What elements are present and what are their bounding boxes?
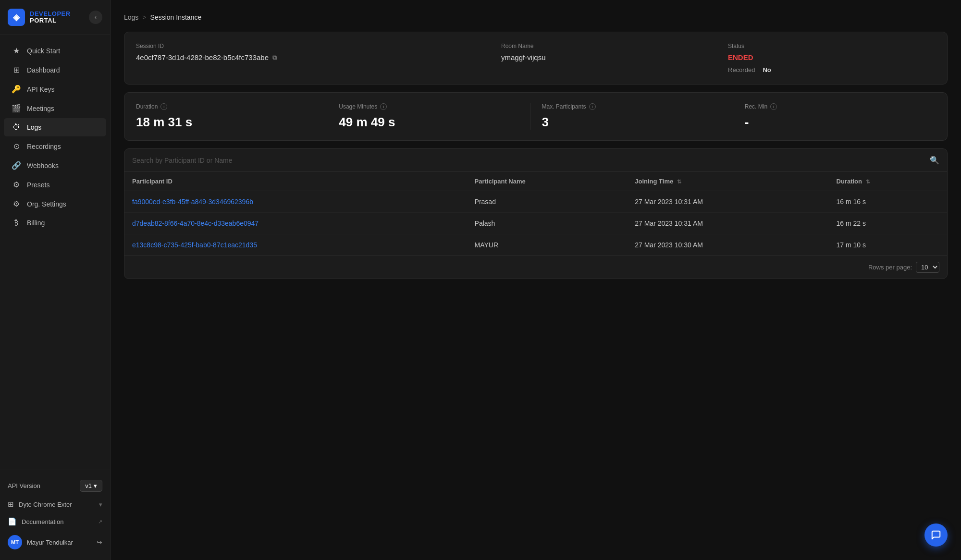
table-row: e13c8c98-c735-425f-bab0-87c1eac21d35 MAY… <box>124 234 947 256</box>
dashboard-icon: ⊞ <box>12 65 21 74</box>
sidebar-item-logs[interactable]: ⏱ Logs <box>4 118 106 136</box>
status-block: Status ENDED Recorded No <box>728 43 936 73</box>
stat-rec-min: Rec. Min i - <box>733 103 936 130</box>
logo-text: DEVELOPER PORTAL <box>30 11 71 24</box>
sidebar-item-label: Dashboard <box>27 66 60 74</box>
recorded-value: No <box>763 66 771 73</box>
sidebar-item-recordings[interactable]: ⊙ Recordings <box>4 137 106 156</box>
sidebar: ◈ DEVELOPER PORTAL ‹ ★ Quick Start ⊞ Das… <box>0 0 111 560</box>
participants-table-card: 🔍 Participant ID Participant Name Joinin… <box>124 148 948 279</box>
col-participant-name: Participant Name <box>467 172 628 191</box>
table-footer: Rows per page: 10 25 50 <box>124 256 947 279</box>
search-row: 🔍 <box>124 149 947 172</box>
sidebar-item-api-keys[interactable]: 🔑 API Keys <box>4 80 106 98</box>
sidebar-item-webhooks[interactable]: 🔗 Webhooks <box>4 156 106 175</box>
usage-info-icon[interactable]: i <box>380 103 387 110</box>
logs-icon: ⏱ <box>12 123 21 132</box>
rec-min-info-icon[interactable]: i <box>770 103 777 110</box>
stat-usage-label: Usage Minutes i <box>339 103 518 110</box>
sidebar-item-label: API Keys <box>27 85 55 93</box>
cell-participant-name: Palash <box>467 213 628 234</box>
table-row: fa9000ed-e3fb-45ff-a849-3d346962396b Pra… <box>124 191 947 213</box>
room-name-label: Room Name <box>501 43 709 49</box>
participants-info-icon[interactable]: i <box>589 103 596 110</box>
cell-participant-id[interactable]: fa9000ed-e3fb-45ff-a849-3d346962396b <box>124 191 467 213</box>
status-value: ENDED <box>728 53 936 61</box>
cell-participant-id[interactable]: d7deab82-8f66-4a70-8e4c-d33eab6e0947 <box>124 213 467 234</box>
chat-fab-button[interactable] <box>924 523 948 547</box>
sidebar-item-quick-start[interactable]: ★ Quick Start <box>4 41 106 60</box>
stat-participants-label: Max. Participants i <box>542 103 721 110</box>
webhooks-icon: 🔗 <box>12 161 21 170</box>
cell-duration: 16 m 16 s <box>829 191 947 213</box>
stat-participants-value: 3 <box>542 115 721 130</box>
sidebar-item-dyte-chrome[interactable]: ⊞ Dyte Chrome Exter ▾ <box>0 496 110 513</box>
stat-rec-min-value: - <box>745 115 924 130</box>
col-participant-id: Participant ID <box>124 172 467 191</box>
logout-icon[interactable]: ↪ <box>97 538 102 546</box>
search-icon: 🔍 <box>930 156 939 165</box>
sidebar-item-label: Webhooks <box>27 162 59 170</box>
api-version-row: API Version v1 ▾ <box>0 476 110 496</box>
sidebar-item-label: Quick Start <box>27 47 60 55</box>
sidebar-logo: ◈ DEVELOPER PORTAL ‹ <box>0 0 110 35</box>
api-version-button[interactable]: v1 ▾ <box>80 480 102 492</box>
cell-participant-name: Prasad <box>467 191 628 213</box>
logo-portal: PORTAL <box>30 17 71 24</box>
table-header-row: Participant ID Participant Name Joining … <box>124 172 947 191</box>
recorded-row: Recorded No <box>728 66 936 73</box>
billing-icon: ₿ <box>12 219 21 227</box>
dyte-chrome-label: Dyte Chrome Exter <box>19 501 72 508</box>
session-id-value: 4e0cf787-3d1d-4282-be82-b5c4fc733abe ⧉ <box>136 53 482 61</box>
dyte-chrome-icon: ⊞ <box>8 500 14 509</box>
stat-max-participants: Max. Participants i 3 <box>530 103 733 130</box>
api-keys-icon: 🔑 <box>12 85 21 94</box>
sidebar-item-meetings[interactable]: 🎬 Meetings <box>4 99 106 118</box>
cell-participant-id[interactable]: e13c8c98-c735-425f-bab0-87c1eac21d35 <box>124 234 467 256</box>
user-name: Mayur Tendulkar <box>27 539 92 546</box>
logo-developer: DEVELOPER <box>30 11 71 17</box>
sidebar-item-label: Recordings <box>27 143 61 150</box>
rows-per-page-select[interactable]: 10 25 50 <box>916 262 939 273</box>
copy-icon[interactable]: ⧉ <box>272 54 277 61</box>
sidebar-item-presets[interactable]: ⚙ Presets <box>4 175 106 194</box>
participants-table: Participant ID Participant Name Joining … <box>124 172 947 256</box>
room-name-block: Room Name ymaggf-vijqsu <box>501 43 709 61</box>
sidebar-item-label: Org. Settings <box>27 200 66 208</box>
sidebar-item-label: Meetings <box>27 105 54 112</box>
cell-joining-time: 27 Mar 2023 10:31 AM <box>627 191 828 213</box>
stat-duration-label: Duration i <box>136 103 315 110</box>
sidebar-collapse-button[interactable]: ‹ <box>89 11 102 24</box>
external-link-icon: ↗ <box>98 519 102 525</box>
chevron-down-icon: ▾ <box>94 482 97 489</box>
search-input[interactable] <box>132 157 925 164</box>
duration-info-icon[interactable]: i <box>160 103 167 110</box>
cell-duration: 17 m 10 s <box>829 234 947 256</box>
recordings-icon: ⊙ <box>12 142 21 151</box>
table-body: fa9000ed-e3fb-45ff-a849-3d346962396b Pra… <box>124 191 947 256</box>
breadcrumb-current: Session Instance <box>150 13 202 21</box>
status-label: Status <box>728 43 936 49</box>
table-row: d7deab82-8f66-4a70-8e4c-d33eab6e0947 Pal… <box>124 213 947 234</box>
sidebar-item-dashboard[interactable]: ⊞ Dashboard <box>4 61 106 79</box>
presets-icon: ⚙ <box>12 180 21 189</box>
user-row[interactable]: MT Mayur Tendulkar ↪ <box>0 530 110 554</box>
org-settings-icon: ⚙ <box>12 199 21 208</box>
session-id-block: Session ID 4e0cf787-3d1d-4282-be82-b5c4f… <box>136 43 482 61</box>
avatar: MT <box>8 535 22 549</box>
breadcrumb-parent[interactable]: Logs <box>124 13 138 21</box>
breadcrumb: Logs > Session Instance <box>124 13 948 21</box>
meetings-icon: 🎬 <box>12 104 21 113</box>
sidebar-item-org-settings[interactable]: ⚙ Org. Settings <box>4 195 106 213</box>
col-joining-time[interactable]: Joining Time ⇅ <box>627 172 828 191</box>
logo-icon: ◈ <box>8 9 25 26</box>
col-duration[interactable]: Duration ⇅ <box>829 172 947 191</box>
main-content: Logs > Session Instance Session ID 4e0cf… <box>111 0 961 560</box>
sidebar-item-documentation[interactable]: 📄 Documentation ↗ <box>0 513 110 530</box>
sidebar-item-billing[interactable]: ₿ Billing <box>4 214 106 232</box>
cell-joining-time: 27 Mar 2023 10:31 AM <box>627 213 828 234</box>
stat-usage-value: 49 m 49 s <box>339 115 518 130</box>
sidebar-item-label: Presets <box>27 181 49 189</box>
stats-card: Duration i 18 m 31 s Usage Minutes i 49 … <box>124 92 948 141</box>
room-name-value: ymaggf-vijqsu <box>501 53 709 61</box>
